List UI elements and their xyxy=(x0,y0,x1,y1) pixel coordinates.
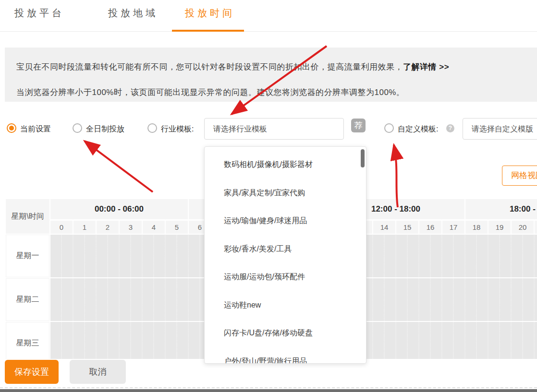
dropdown-option[interactable]: 闪存卡/U盘/存储/移动硬盘 xyxy=(205,319,366,347)
dropdown-option[interactable]: 数码相机/摄像机/摄影器材 xyxy=(205,151,366,179)
hour-header-0: 0 xyxy=(50,221,73,234)
arrow-to-full-day-radio xyxy=(85,141,153,192)
arrow-to-custom-radio xyxy=(394,145,398,207)
hour-header-18: 18 xyxy=(465,221,488,234)
radio-industry-template-label[interactable]: 行业模板: xyxy=(161,124,194,134)
dropdown-option[interactable]: 运动鞋new xyxy=(205,291,366,320)
tab-platform[interactable]: 投放平台 xyxy=(14,7,64,20)
industry-template-dropdown: 数码相机/摄像机/摄影器材家具/家具定制/宜家代购运动/瑜伽/健身/球迷用品彩妆… xyxy=(204,146,366,364)
hour-header-17: 17 xyxy=(442,221,464,234)
radio-full-day[interactable] xyxy=(73,123,82,133)
banner-line-1-text: 宝贝在不同时段流量和转化可能有所不同，您可以针对各时段设置不同的折扣出价，提高流… xyxy=(16,62,403,71)
hour-header-14: 14 xyxy=(373,221,395,234)
hour-header-2: 2 xyxy=(97,221,119,234)
dropdown-option[interactable]: 运动/瑜伽/健身/球迷用品 xyxy=(205,207,366,235)
time-group-header: 18:00 - 24:00 xyxy=(465,199,537,219)
radio-custom-template[interactable] xyxy=(384,123,394,133)
radio-current-settings-label[interactable]: 当前设置 xyxy=(20,124,51,134)
dropdown-option[interactable]: 户外/登山/野营/旅行用品 xyxy=(205,347,366,364)
bottom-dashed-divider xyxy=(0,387,537,388)
day-row-label: 星期一 xyxy=(6,235,49,277)
industry-template-select[interactable]: 请选择行业模板 xyxy=(204,118,344,140)
radio-industry-template[interactable] xyxy=(147,123,157,133)
cancel-button[interactable]: 取消 xyxy=(70,360,126,384)
radio-current-settings[interactable] xyxy=(7,123,16,133)
notice-banner: 宝贝在不同时段流量和转化可能有所不同，您可以针对各时段设置不同的折扣出价，提高流… xyxy=(5,48,537,102)
hour-header-4: 4 xyxy=(143,221,165,234)
help-icon[interactable]: ? xyxy=(446,124,454,132)
hour-header-19: 19 xyxy=(488,221,511,234)
dropdown-scrollbar-thumb[interactable] xyxy=(361,149,365,167)
learn-more-link[interactable]: 了解详情 >> xyxy=(403,62,449,71)
recommend-badge: 荐 xyxy=(351,119,366,132)
hour-header-21: 21 xyxy=(535,221,537,234)
banner-line-1: 宝贝在不同时段流量和转化可能有所不同，您可以针对各时段设置不同的折扣出价，提高流… xyxy=(16,54,525,80)
hour-header-3: 3 xyxy=(120,221,142,234)
banner-line-2: 当浏览器分辨率小于100%时，该页面可能出现显示异常的问题。建议您将浏览器的分辨… xyxy=(16,80,525,105)
custom-template-select[interactable]: 请选择自定义模版 xyxy=(463,118,537,140)
time-group-header: 00:00 - 06:00 xyxy=(50,199,188,219)
dropdown-option[interactable]: 运动服/运动包/颈环配件 xyxy=(205,263,366,291)
tab-region[interactable]: 投放地域 xyxy=(108,7,158,20)
grid-view-button[interactable]: 网格视图 xyxy=(502,166,537,186)
settings-tab-bar: 投放平台投放地域投放时间 xyxy=(0,0,537,32)
hour-header-15: 15 xyxy=(396,221,418,234)
day-row-label: 星期三 xyxy=(6,322,49,359)
day-row-label: 星期二 xyxy=(6,278,49,321)
radio-full-day-label[interactable]: 全日制投放 xyxy=(86,124,124,134)
hour-header-16: 16 xyxy=(419,221,441,234)
active-tab-underline xyxy=(172,30,244,32)
dropdown-option[interactable]: 家具/家具定制/宜家代购 xyxy=(205,179,366,207)
save-settings-button[interactable]: 保存设置 xyxy=(5,360,59,384)
hour-header-1: 1 xyxy=(73,221,96,234)
hour-header-20: 20 xyxy=(512,221,534,234)
radio-custom-template-label[interactable]: 自定义模板: xyxy=(398,124,438,134)
schedule-corner-header: 星期\时间 xyxy=(6,199,49,234)
tab-time[interactable]: 投放时间 xyxy=(185,7,235,20)
hour-header-5: 5 xyxy=(166,221,188,234)
horizontal-scrollbar[interactable] xyxy=(0,389,537,392)
dropdown-option[interactable]: 彩妆/香水/美发/工具 xyxy=(205,235,366,263)
delivery-time-settings-page: 投放平台投放地域投放时间 宝贝在不同时段流量和转化可能有所不同，您可以针对各时段… xyxy=(0,0,537,392)
